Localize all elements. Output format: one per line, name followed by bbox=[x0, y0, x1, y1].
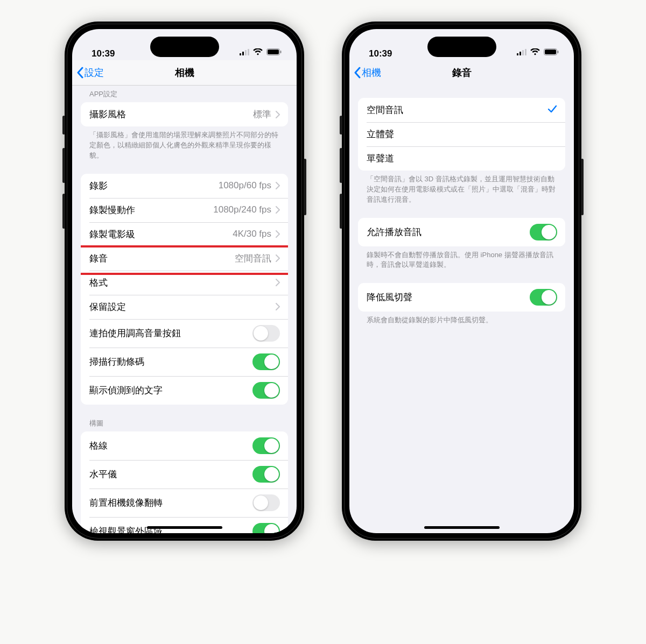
svg-rect-2 bbox=[245, 50, 247, 55]
list-recording: 錄影 1080p/60 fps 錄製慢動作 1080p/240 fps 錄製電影… bbox=[81, 174, 288, 405]
row-slomo[interactable]: 錄製慢動作 1080p/240 fps bbox=[81, 198, 288, 222]
row-burst-volume-up: 連拍使用調高音量按鈕 bbox=[81, 319, 288, 348]
row-label: 顯示偵測到的文字 bbox=[89, 384, 163, 397]
switch-outside-frame[interactable] bbox=[252, 523, 280, 533]
switch-burst[interactable] bbox=[252, 325, 280, 342]
chevron-right-icon bbox=[276, 182, 280, 189]
chevron-right-icon bbox=[276, 230, 280, 238]
row-label: 錄製慢動作 bbox=[89, 204, 135, 216]
chevron-left-icon bbox=[354, 67, 361, 79]
section-footer-wind: 系統會自動從錄製的影片中降低風切聲。 bbox=[349, 312, 574, 331]
row-label: 錄影 bbox=[89, 180, 108, 192]
row-value: 1080p/240 fps bbox=[213, 204, 271, 215]
svg-rect-1 bbox=[242, 52, 244, 55]
svg-rect-0 bbox=[240, 53, 241, 55]
switch-mirror[interactable] bbox=[252, 494, 280, 511]
settings-content[interactable]: 空間音訊 立體聲 單聲道 「空間音訊」會以 3D 音訊格式錄製，並且運用智慧技術… bbox=[349, 84, 574, 533]
row-label: 格線 bbox=[89, 440, 108, 452]
row-record-video[interactable]: 錄影 1080p/60 fps bbox=[81, 174, 288, 198]
cellular-icon bbox=[240, 47, 249, 58]
nav-back-button[interactable]: 設定 bbox=[76, 60, 104, 85]
row-stereo[interactable]: 立體聲 bbox=[358, 122, 565, 146]
row-outside-frame: 檢視觀景窗外區域 bbox=[81, 517, 288, 533]
row-label: 降低風切聲 bbox=[367, 291, 412, 303]
svg-rect-9 bbox=[522, 50, 524, 55]
row-grid: 格線 bbox=[81, 431, 288, 460]
section-header-app: APP設定 bbox=[72, 84, 297, 102]
status-time: 10:39 bbox=[369, 48, 392, 59]
row-allow-playback: 允許播放音訊 bbox=[358, 218, 565, 246]
nav-back-button[interactable]: 相機 bbox=[354, 60, 381, 85]
row-label: 格式 bbox=[89, 277, 108, 289]
side-button bbox=[62, 116, 65, 135]
switch-wind-reduction[interactable] bbox=[530, 289, 557, 306]
row-value: 標準 bbox=[253, 108, 271, 121]
row-preserve-settings[interactable]: 保留設定 bbox=[81, 295, 288, 319]
row-label: 錄音 bbox=[89, 252, 108, 265]
switch-grid[interactable] bbox=[252, 437, 280, 454]
nav-bar: 設定 相機 bbox=[72, 60, 297, 86]
chevron-right-icon bbox=[276, 279, 280, 286]
svg-rect-7 bbox=[517, 53, 518, 55]
row-label: 前置相機鏡像翻轉 bbox=[89, 497, 163, 509]
row-cinematic[interactable]: 錄製電影級 4K/30 fps bbox=[81, 222, 288, 246]
row-label: 立體聲 bbox=[367, 128, 394, 140]
row-label: 允許播放音訊 bbox=[367, 226, 422, 238]
side-button bbox=[62, 194, 65, 229]
side-button bbox=[304, 159, 306, 215]
screen-right: 10:39 相機 錄音 空間音訊 立體聲 bbox=[349, 29, 574, 533]
nav-title: 錄音 bbox=[452, 66, 472, 79]
row-value: 4K/30 fps bbox=[233, 229, 271, 239]
svg-rect-8 bbox=[519, 52, 521, 55]
row-label: 連拍使用調高音量按鈕 bbox=[89, 327, 181, 339]
row-wind-reduction: 降低風切聲 bbox=[358, 283, 565, 312]
section-footer-options: 「空間音訊」會以 3D 音訊格式錄製，並且運用智慧技術自動決定如何在使用電影級模… bbox=[349, 171, 574, 210]
nav-back-label: 設定 bbox=[85, 66, 104, 79]
switch-detect-text[interactable] bbox=[252, 382, 280, 399]
section-header-composition: 構圖 bbox=[72, 405, 297, 431]
phone-frame-right: 10:39 相機 錄音 空間音訊 立體聲 bbox=[342, 22, 581, 541]
dynamic-island bbox=[150, 37, 219, 57]
svg-rect-13 bbox=[558, 51, 559, 53]
nav-back-label: 相機 bbox=[362, 66, 381, 79]
settings-content[interactable]: APP設定 攝影風格 標準 「攝影風格」會使用進階的場景理解來調整照片不同部分的… bbox=[72, 84, 297, 533]
row-mono[interactable]: 單聲道 bbox=[358, 146, 565, 171]
row-label: 掃描行動條碼 bbox=[89, 356, 144, 368]
row-label: 攝影風格 bbox=[89, 108, 126, 121]
battery-icon bbox=[544, 47, 559, 58]
row-scan-qr: 掃描行動條碼 bbox=[81, 348, 288, 376]
side-button bbox=[581, 159, 584, 215]
switch-level[interactable] bbox=[252, 466, 280, 483]
section-footer-app: 「攝影風格」會使用進階的場景理解來調整照片不同部分的特定顏色，以精緻細節個人化膚… bbox=[72, 126, 297, 166]
cellular-icon bbox=[517, 47, 526, 58]
row-photographic-style[interactable]: 攝影風格 標準 bbox=[81, 102, 288, 126]
switch-allow-playback[interactable] bbox=[530, 224, 557, 240]
list-app-settings: 攝影風格 標準 bbox=[81, 102, 288, 126]
row-label: 空間音訊 bbox=[367, 104, 403, 116]
row-level: 水平儀 bbox=[81, 460, 288, 489]
row-label: 保留設定 bbox=[89, 301, 126, 313]
row-label: 錄製電影級 bbox=[89, 228, 135, 240]
wifi-icon bbox=[253, 47, 263, 58]
row-label: 水平儀 bbox=[89, 468, 117, 480]
checkmark-icon bbox=[547, 105, 557, 116]
chevron-right-icon bbox=[276, 206, 280, 214]
row-value: 1080p/60 fps bbox=[219, 180, 271, 191]
row-spatial-audio[interactable]: 空間音訊 bbox=[358, 98, 565, 122]
row-audio-recording[interactable]: 錄音 空間音訊 bbox=[81, 246, 288, 271]
home-indicator[interactable] bbox=[147, 526, 222, 529]
switch-qr[interactable] bbox=[252, 353, 280, 370]
chevron-right-icon bbox=[276, 254, 280, 262]
svg-rect-10 bbox=[525, 49, 526, 55]
phone-frame-left: 10:39 設定 相機 APP設定 攝影風格 標準 bbox=[65, 22, 304, 541]
status-time: 10:39 bbox=[92, 48, 115, 59]
row-format[interactable]: 格式 bbox=[81, 271, 288, 295]
row-label: 單聲道 bbox=[367, 152, 394, 165]
svg-rect-12 bbox=[545, 49, 556, 54]
battery-icon bbox=[266, 47, 282, 58]
svg-rect-5 bbox=[268, 49, 279, 54]
home-indicator[interactable] bbox=[424, 526, 500, 529]
screen-left: 10:39 設定 相機 APP設定 攝影風格 標準 bbox=[72, 29, 297, 533]
row-mirror-front: 前置相機鏡像翻轉 bbox=[81, 489, 288, 517]
list-composition: 格線 水平儀 前置相機鏡像翻轉 檢視觀景窗外區域 bbox=[81, 431, 288, 533]
